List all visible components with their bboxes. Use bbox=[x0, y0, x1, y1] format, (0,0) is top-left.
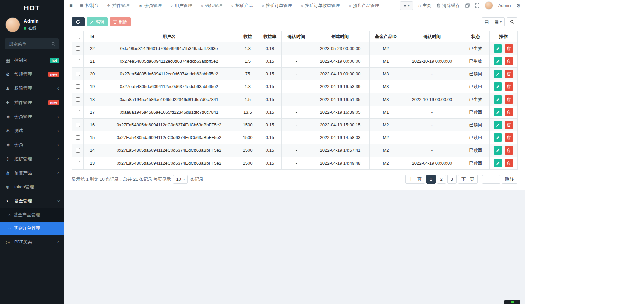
row-checkbox[interactable] bbox=[76, 161, 80, 165]
home-link[interactable]: ⌂ 主页 bbox=[418, 3, 431, 9]
row-checkbox[interactable] bbox=[76, 46, 80, 51]
row-checkbox[interactable] bbox=[76, 72, 80, 76]
row-edit-button[interactable] bbox=[494, 146, 502, 155]
sidebar-item-member[interactable]: ☻ 会员 ‹ bbox=[0, 138, 64, 152]
row-delete-button[interactable] bbox=[505, 95, 513, 104]
row-delete-button[interactable] bbox=[505, 70, 513, 78]
tab-mining-order-income[interactable]: ○挖矿订单收益管理 bbox=[301, 3, 340, 9]
sidebar-item-mining[interactable]: ⇩ 挖矿管理 ‹ bbox=[0, 152, 64, 166]
page-button-3[interactable]: 3 bbox=[447, 175, 457, 184]
sidebar-item-token[interactable]: ⊕ token管理 bbox=[0, 180, 64, 194]
sidebar-item-general[interactable]: ⚙ 常规管理 new bbox=[0, 67, 64, 81]
page-button-2[interactable]: 2 bbox=[437, 175, 446, 184]
tab-mining-orders[interactable]: ○挖矿订单管理 bbox=[262, 3, 292, 9]
row-checkbox[interactable] bbox=[76, 148, 80, 153]
sidebar-item-members[interactable]: ☻ 会员管理 ‹ bbox=[0, 110, 64, 124]
sidebar-item-pdt[interactable]: ◎ PDT买卖 ‹ bbox=[0, 235, 64, 249]
cell-product-id: M3 bbox=[370, 68, 402, 80]
next-page-button[interactable]: 下一页 bbox=[458, 175, 478, 184]
row-delete-button[interactable] bbox=[505, 108, 513, 116]
row-edit-button[interactable] bbox=[494, 70, 502, 78]
tab-console[interactable]: ▦控制台 bbox=[80, 3, 98, 9]
sidebar-item-label: 会员管理 bbox=[14, 114, 57, 120]
cell-operations bbox=[490, 144, 518, 157]
columns-dropdown-button[interactable]: ▦▾ bbox=[492, 17, 505, 26]
prev-page-button[interactable]: 上一页 bbox=[405, 175, 425, 184]
debug-bar[interactable] bbox=[504, 300, 520, 304]
row-delete-button[interactable] bbox=[505, 82, 513, 91]
sidebar-item-label: 测试 bbox=[14, 128, 57, 134]
cell-income: 1.8 bbox=[237, 80, 258, 93]
sidebar-avatar[interactable] bbox=[5, 17, 20, 32]
tab-member-management[interactable]: ☻会员管理 bbox=[139, 3, 162, 9]
sidebar-item-test[interactable]: ⚓ 测试 ‹ bbox=[0, 124, 64, 138]
refresh-button[interactable] bbox=[72, 17, 85, 26]
row-edit-button[interactable] bbox=[494, 95, 502, 104]
tab-plugin-management[interactable]: ✈插件管理 bbox=[107, 3, 129, 9]
row-delete-button[interactable] bbox=[505, 133, 513, 142]
table-row: 14 0x27Ea54805da6094112eC0d6374EdCb63aBb… bbox=[72, 144, 518, 157]
delete-button[interactable]: 删除 bbox=[110, 17, 131, 26]
trash-icon bbox=[507, 161, 511, 165]
trash-icon bbox=[113, 20, 117, 24]
tab-label: 挖矿订单管理 bbox=[266, 3, 292, 9]
home-icon: ⌂ bbox=[418, 3, 421, 8]
topbar-avatar[interactable] bbox=[485, 1, 493, 10]
jump-button[interactable]: 跳转 bbox=[502, 175, 517, 184]
row-checkbox[interactable] bbox=[76, 123, 80, 127]
page-size-select[interactable]: 10 ▴ bbox=[173, 175, 188, 184]
sidebar-item-plugins[interactable]: ✈ 插件管理 new bbox=[0, 96, 64, 110]
row-checkbox[interactable] bbox=[76, 97, 80, 102]
topbar-username[interactable]: Admin bbox=[498, 3, 511, 8]
row-checkbox-cell bbox=[72, 144, 84, 157]
row-edit-button[interactable] bbox=[494, 121, 502, 129]
row-edit-button[interactable] bbox=[494, 133, 502, 142]
row-delete-button[interactable] bbox=[505, 121, 513, 129]
row-edit-button[interactable] bbox=[494, 108, 502, 116]
sidebar-item-presale[interactable]: ⋔ 预售产品 ‹ bbox=[0, 166, 64, 180]
row-delete-button[interactable] bbox=[505, 146, 513, 155]
page-jump-input[interactable] bbox=[482, 175, 500, 184]
row-checkbox[interactable] bbox=[76, 84, 80, 89]
page-button-1[interactable]: 1 bbox=[426, 175, 435, 184]
row-edit-button[interactable] bbox=[494, 82, 502, 91]
row-checkbox[interactable] bbox=[76, 59, 80, 63]
app-logo[interactable]: HOT bbox=[0, 0, 64, 16]
select-all-checkbox[interactable] bbox=[76, 35, 80, 39]
cell-confirm-time: - bbox=[282, 131, 311, 144]
tab-presale-products[interactable]: ○预售产品管理 bbox=[348, 3, 379, 9]
menu-search-input[interactable] bbox=[8, 41, 49, 47]
window-restore-icon[interactable] bbox=[465, 3, 470, 8]
cell-status: 已生效 bbox=[462, 42, 490, 55]
sidebar-toggle-icon[interactable]: ≡ bbox=[64, 3, 78, 9]
view-toggle-group: ▤ ▦▾ bbox=[482, 17, 505, 26]
sidebar-item-funds[interactable]: ◑ 基金管理 ‹ bbox=[0, 194, 64, 208]
gear-icon[interactable]: ⚙ bbox=[516, 3, 521, 9]
row-delete-button[interactable] bbox=[505, 57, 513, 65]
row-edit-button[interactable] bbox=[494, 159, 502, 167]
row-checkbox[interactable] bbox=[76, 135, 80, 140]
layout-dropdown[interactable]: ≡ ▾ bbox=[400, 1, 413, 10]
cell-status: 已生效 bbox=[462, 55, 490, 68]
sidebar-subitem-fund-orders[interactable]: ○ 基金订单管理 bbox=[0, 222, 64, 235]
pagination-info-suffix: 条记录 bbox=[190, 176, 203, 182]
row-checkbox[interactable] bbox=[76, 110, 80, 114]
sidebar-item-permissions[interactable]: ♟ 权限管理 ‹ bbox=[0, 81, 64, 96]
table-body: 22 0xfa48be31426601d705549494c1b346adaff… bbox=[72, 42, 518, 170]
cell-product-id: M1 bbox=[370, 55, 402, 68]
row-edit-button[interactable] bbox=[494, 57, 502, 65]
row-edit-button[interactable] bbox=[494, 44, 502, 53]
clear-cache-button[interactable]: 清除缓存 bbox=[437, 3, 460, 9]
sidebar-item-console[interactable]: ▦ 控制台 hot bbox=[0, 53, 64, 67]
fullscreen-icon[interactable] bbox=[475, 3, 479, 8]
tab-mining-products[interactable]: ○挖矿产品 bbox=[231, 3, 253, 9]
row-delete-button[interactable] bbox=[505, 159, 513, 167]
edit-button[interactable]: 编辑 bbox=[87, 17, 108, 26]
card-view-button[interactable]: ▤ bbox=[482, 17, 492, 26]
search-toggle-button[interactable] bbox=[507, 17, 517, 26]
tab-user-management[interactable]: ○用户管理 bbox=[170, 3, 192, 9]
pagination: 显示第 1 到第 10 条记录，总共 21 条记录 每页显示 10 ▴ 条记录 … bbox=[72, 175, 517, 184]
row-delete-button[interactable] bbox=[505, 44, 513, 53]
tab-wallet-management[interactable]: ○钱包管理 bbox=[201, 3, 223, 9]
sidebar-subitem-fund-products[interactable]: ○ 基金产品管理 bbox=[0, 208, 64, 222]
